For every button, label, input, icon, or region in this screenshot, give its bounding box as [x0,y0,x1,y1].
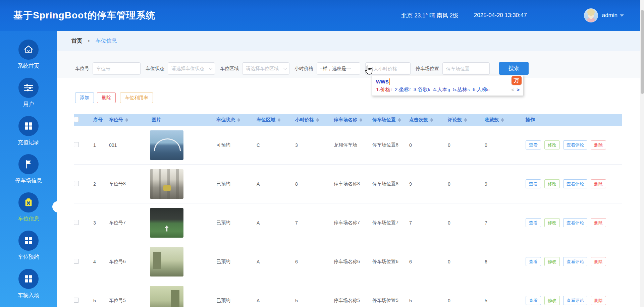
view-comments-button[interactable]: 查看评论 [563,296,587,305]
column-header[interactable]: 小时价格 [293,117,332,123]
search-button[interactable]: 搜索 [499,62,529,75]
username-label[interactable]: admin [602,12,618,19]
sort-arrows-icon[interactable] [464,118,467,122]
row-index: 3 [84,220,104,226]
row-checkbox[interactable] [74,142,79,147]
edit-button[interactable]: 修改 [544,218,560,227]
space-image[interactable] [150,247,183,277]
sort-arrows-icon[interactable] [237,118,240,122]
column-header[interactable]: 车位状态 [215,117,255,123]
column-header[interactable]: 停车场名称 [332,117,371,123]
price-cell: 5 [293,298,332,303]
avatar[interactable] [584,8,598,22]
chevron-down-icon[interactable] [620,14,624,17]
row-checkbox[interactable] [74,181,79,186]
space-no-input[interactable] [93,62,141,75]
ime-next-page-icon[interactable]: > [517,87,520,93]
column-header[interactable]: 点击次数 [408,117,446,123]
hour-price-input[interactable] [317,62,360,75]
ime-candidate[interactable]: 5.丛林s [453,86,470,93]
view-button[interactable]: 查看 [526,296,541,305]
edit-button[interactable]: 修改 [544,179,560,188]
space-image[interactable] [150,286,183,307]
price-cell: 7 [293,220,332,226]
edit-button[interactable]: 修改 [544,140,560,149]
lot-location-cell: 停车场位置5 [371,298,408,304]
column-header[interactable]: 车位号 [104,117,148,123]
column-header[interactable]: 收藏数 [483,117,522,123]
scrollbar-thumb[interactable] [641,10,644,94]
space-image[interactable] [150,208,183,238]
view-comments-button[interactable]: 查看评论 [563,140,587,149]
view-button[interactable]: 查看 [526,140,541,149]
add-button[interactable]: 添加 [75,92,94,103]
clicks-cell: 9 [408,181,446,187]
area-cell: A [255,220,293,226]
sidebar-item-5[interactable]: 车位信息 [0,189,57,227]
favorites-cell: 5 [483,298,522,303]
delete-button[interactable]: 删除 [97,92,116,103]
column-header[interactable]: 车位区域 [255,117,293,123]
delete-row-button[interactable]: 删除 [591,140,606,149]
ime-candidate[interactable]: 6.人梯u [473,86,489,93]
edit-button[interactable]: 修改 [544,296,560,305]
space-area-select[interactable]: 请选择车位区域 [242,62,289,75]
ime-candidate[interactable]: 1.价格t [376,86,392,93]
ime-candidate[interactable]: 3.谷歌k [414,86,430,93]
sidebar-item-3[interactable]: 充值记录 [0,113,57,151]
breadcrumb-current[interactable]: 车位信息 [95,38,117,45]
ime-candidate[interactable]: 4.人本g [433,86,450,93]
chevron-down-icon [283,66,287,70]
row-checkbox[interactable] [74,298,79,303]
space-status-label: 车位状态 [146,66,164,72]
table-row: 5车位号5已预约A5停车场名称5停车场位置5505查看修改查看评论删除 [74,281,622,307]
ime-logo-icon[interactable]: 万 [512,76,522,85]
space-no-cell: 车位号8 [104,181,148,187]
view-comments-button[interactable]: 查看评论 [563,257,587,266]
view-button[interactable]: 查看 [526,218,541,227]
active-item-notch [52,201,64,212]
lot-location-input[interactable] [442,62,490,75]
sort-arrows-icon[interactable] [430,118,433,122]
delete-row-button[interactable]: 删除 [591,296,606,305]
sort-arrows-icon[interactable] [316,118,319,122]
sidebar-item-label: 停车场信息 [15,177,42,184]
clicks-cell: 5 [408,298,446,303]
area-cell: C [255,142,293,148]
grid-icon [18,269,39,289]
sidebar-item-2[interactable]: 用户 [0,74,57,113]
column-header[interactable]: 评论数 [446,117,483,123]
view-comments-button[interactable]: 查看评论 [563,179,587,188]
delete-row-button[interactable]: 删除 [591,218,606,227]
view-button[interactable]: 查看 [526,257,541,266]
space-image[interactable] [150,169,183,199]
column-header[interactable]: 停车场位置 [371,117,408,123]
view-button[interactable]: 查看 [526,179,541,188]
sidebar-item-4[interactable]: 停车场信息 [0,151,57,189]
sidebar-item-6[interactable]: 车位预约 [0,227,57,265]
delete-row-button[interactable]: 删除 [591,179,606,188]
delete-row-button[interactable]: 删除 [591,257,606,266]
utilization-button[interactable]: 车位利用率 [120,92,153,103]
space-status-select[interactable]: 请选择车位状态 [168,62,215,75]
sort-arrows-icon[interactable] [360,118,362,122]
sort-arrows-icon[interactable] [278,118,280,122]
row-checkbox[interactable] [74,259,79,264]
space-image[interactable] [150,130,183,160]
top-header: 基于SpringBoot的停车管理系统 北京 23.1° 晴 南风 2级 202… [0,0,644,31]
row-index: 1 [84,142,104,148]
sort-arrows-icon[interactable] [398,118,401,122]
breadcrumb-home[interactable]: 首页 [71,38,82,45]
sidebar-item-1[interactable]: 系统首页 [0,36,57,74]
row-checkbox[interactable] [74,220,79,225]
view-comments-button[interactable]: 查看评论 [563,218,587,227]
edit-button[interactable]: 修改 [544,257,560,266]
sidebar-item-7[interactable]: 车辆入场 [0,265,57,304]
select-all-checkbox[interactable] [74,117,79,122]
parking-space-table: 序号车位号图片车位状态车位区域小时价格停车场名称停车场位置点击次数评论数收藏数操… [74,114,622,307]
sort-arrows-icon[interactable] [125,118,128,122]
ime-candidate[interactable]: 2.坐标f [395,86,411,93]
sort-arrows-icon[interactable] [501,118,504,122]
main-content: 首页 ● 车位信息 车位号 车位状态 请选择车位状态 车位区域 请选择车位区域 … [57,31,644,307]
grid-icon [18,116,39,136]
